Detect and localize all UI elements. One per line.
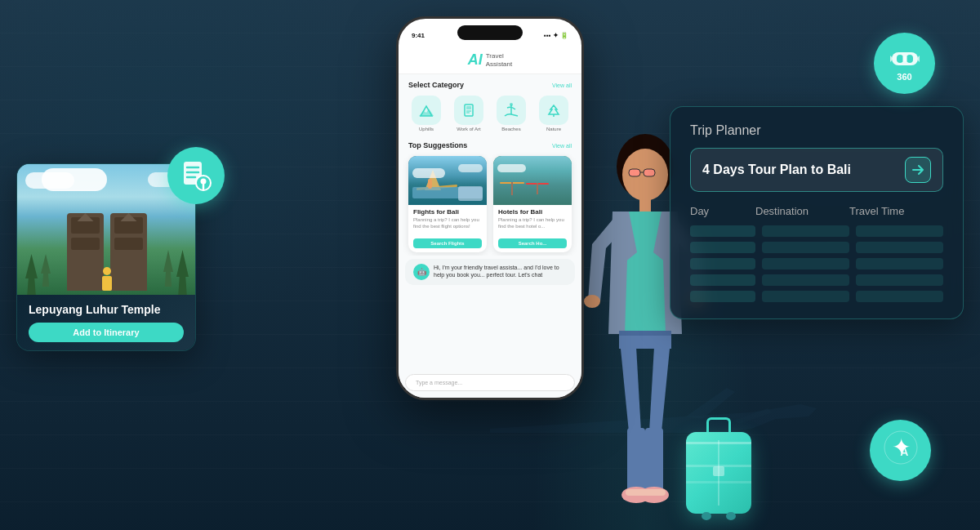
logo-assistant: Assistant [486, 60, 512, 69]
table-row [690, 274, 943, 286]
trip-table-rows [690, 225, 943, 302]
work-of-art-label: Work of Art [457, 127, 481, 131]
cell-day-3 [690, 258, 755, 269]
phone-time: 9:41 [412, 32, 425, 39]
cell-dest-3 [762, 258, 849, 269]
svg-rect-21 [644, 169, 655, 176]
trip-send-button[interactable] [905, 157, 931, 183]
top-suggestions-section: Top Suggestions View all [399, 135, 581, 153]
flights-title: Flights for Bali [413, 208, 482, 216]
svg-rect-33 [644, 489, 666, 496]
svg-rect-20 [629, 169, 640, 176]
beaches-label: Beaches [501, 127, 520, 131]
cell-day-2 [690, 242, 755, 253]
temple-card: Lepuyang Luhur Temple Add to Itinerary [16, 163, 196, 351]
search-flights-button[interactable]: Search Flights [413, 238, 482, 248]
search-hotels-button[interactable]: Search Ho... [498, 238, 567, 248]
luggage-wheel-right [726, 512, 736, 520]
trip-input-row[interactable]: 4 Days Tour Plan to Bali [690, 148, 943, 192]
checklist-icon [180, 160, 212, 191]
table-row [690, 291, 943, 302]
table-row [690, 258, 943, 269]
trip-table: Day Destination Travel Time [690, 205, 943, 302]
bubble-360-label: 360 [897, 72, 911, 82]
svg-point-17 [510, 103, 513, 106]
checklist-bubble [167, 147, 225, 204]
phone-container: 9:41 ▪▪▪ ✦ 🔋 AI Travel Assistant Select … [396, 16, 584, 400]
hotels-desc: Planning a trip? I can help you find the… [498, 217, 567, 230]
category-beaches[interactable]: Beaches [497, 96, 526, 131]
category-uphills[interactable]: Uphills [412, 96, 441, 131]
logo-travel: Travel [486, 52, 512, 60]
cell-dest-4 [762, 274, 849, 286]
bot-avatar: 🤖 [413, 264, 430, 280]
select-category-label: Select Category [408, 81, 464, 89]
phone-notch [457, 25, 523, 40]
trip-table-header: Day Destination Travel Time [690, 205, 943, 217]
svg-point-24 [584, 295, 600, 308]
bubble-360[interactable]: 360 [874, 33, 935, 94]
hotels-card-body: Hotels for Bali Planning a trip? I can h… [493, 205, 572, 252]
temple-name: Lepuyang Luhur Temple [29, 303, 184, 316]
hotels-image [493, 156, 572, 205]
category-row: Uphills Work of Art Beaches [399, 92, 581, 135]
suggestions-row: Flights for Bali Planning a trip? I can … [399, 153, 581, 256]
luggage-body [686, 432, 751, 514]
cell-time-4 [856, 274, 943, 286]
vr-headset-icon [890, 46, 920, 70]
svg-rect-28 [627, 428, 645, 493]
cell-day-1 [690, 225, 755, 237]
phone-header: AI Travel Assistant [399, 45, 581, 74]
svg-text:A: A [900, 445, 908, 458]
nature-icon [539, 96, 568, 125]
category-nature[interactable]: Nature [539, 96, 568, 131]
col-travel-time: Travel Time [849, 205, 943, 217]
phone-signal: ▪▪▪ ✦ 🔋 [544, 32, 568, 39]
add-to-itinerary-button[interactable]: Add to Itinerary [29, 323, 184, 342]
phone-logo: AI Travel Assistant [412, 51, 568, 69]
trip-planner-title: Trip Planner [690, 123, 943, 138]
uphills-icon [412, 96, 441, 125]
cell-day-4 [690, 274, 755, 286]
view-all-suggestions[interactable]: View all [552, 143, 572, 149]
cell-dest-1 [762, 225, 849, 237]
cell-time-1 [856, 225, 943, 237]
luggage-wheel-left [702, 512, 711, 520]
top-suggestions-label: Top Suggestions [408, 141, 467, 149]
svg-rect-2 [906, 55, 913, 63]
category-work-of-art[interactable]: Work of Art [454, 96, 483, 131]
view-all-categories[interactable]: View all [552, 82, 572, 88]
col-day: Day [690, 205, 755, 217]
flights-card-body: Flights for Bali Planning a trip? I can … [408, 205, 487, 252]
bubble-translate[interactable]: ✦ A [870, 420, 931, 481]
chat-bubble: 🤖 Hi, I'm your friendly travel assista..… [413, 264, 567, 280]
hotels-card: Hotels for Bali Planning a trip? I can h… [493, 156, 572, 252]
trip-input-text: 4 Days Tour Plan to Bali [702, 163, 898, 177]
flights-image [408, 156, 487, 205]
phone-logo-text: Travel Assistant [486, 52, 512, 68]
luggage-wheels [686, 512, 751, 520]
cell-time-2 [856, 242, 943, 253]
svg-rect-29 [645, 428, 663, 493]
svg-rect-1 [897, 55, 903, 63]
temple-info: Lepuyang Luhur Temple Add to Itinerary [17, 295, 195, 350]
work-of-art-icon [454, 96, 483, 125]
chat-message: Hi, I'm your friendly travel assista... … [434, 264, 567, 280]
flights-card: Flights for Bali Planning a trip? I can … [408, 156, 487, 252]
svg-rect-14 [466, 106, 471, 109]
cell-dest-5 [762, 291, 849, 302]
svg-rect-3 [902, 56, 907, 61]
select-category-section: Select Category View all [399, 74, 581, 92]
message-input[interactable]: Type a message... [405, 374, 575, 391]
cell-time-3 [856, 258, 943, 269]
flights-desc: Planning a trip? I can help you find the… [413, 217, 482, 230]
trip-planner-card: Trip Planner 4 Days Tour Plan to Bali Da… [670, 106, 964, 319]
cell-day-5 [690, 291, 755, 302]
col-destination: Destination [755, 205, 849, 217]
hotels-title: Hotels for Bali [498, 208, 567, 216]
luggage-handle [706, 417, 731, 432]
phone-chat: 🤖 Hi, I'm your friendly travel assista..… [405, 259, 575, 285]
cell-dest-2 [762, 242, 849, 253]
nature-label: Nature [546, 127, 561, 131]
beaches-icon [497, 96, 526, 125]
